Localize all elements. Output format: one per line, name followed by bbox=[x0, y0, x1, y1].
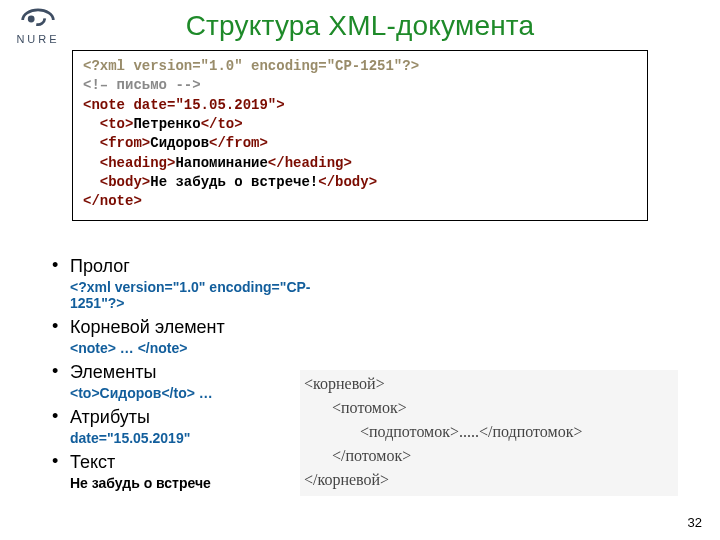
xml-code-block: <?xml version="1.0" encoding="CP-1251"?>… bbox=[72, 50, 648, 221]
code-tag-body-close: </body> bbox=[318, 174, 377, 190]
code-tag-to-close: </to> bbox=[201, 116, 243, 132]
logo-text: NURE bbox=[10, 33, 66, 45]
code-text-heading: Напоминание bbox=[175, 155, 267, 171]
code-text-to: Петренко bbox=[133, 116, 200, 132]
tree-line: <подпотомок>.....</подпотомок> bbox=[304, 423, 582, 440]
tree-line: <корневой> bbox=[304, 375, 385, 392]
page-title: Структура XML-документа bbox=[0, 10, 720, 42]
page-number: 32 bbox=[688, 515, 702, 530]
logo: NURE bbox=[10, 8, 66, 45]
code-line-comment: <!– письмо --> bbox=[83, 77, 201, 93]
bullet-prolog: Пролог <?xml version="1.0" encoding="CP-… bbox=[48, 256, 348, 311]
code-text-body: Не забудь о встрече! bbox=[150, 174, 318, 190]
bullet-sub: <note> … </note> bbox=[70, 340, 348, 356]
code-text-from: Сидоров bbox=[150, 135, 209, 151]
code-tag-heading-open: <heading> bbox=[100, 155, 176, 171]
code-tag-from-open: <from> bbox=[100, 135, 150, 151]
code-tag-heading-close: </heading> bbox=[268, 155, 352, 171]
code-line-prolog: <?xml version="1.0" encoding="CP-1251"?> bbox=[83, 58, 419, 74]
code-tag-from-close: </from> bbox=[209, 135, 268, 151]
code-line-note-open: <note date="15.05.2019"> bbox=[83, 97, 285, 113]
code-tag-body-open: <body> bbox=[100, 174, 150, 190]
bullet-root: Корневой элемент <note> … </note> bbox=[48, 317, 348, 356]
tree-example: <корневой> <потомок> <подпотомок>.....</… bbox=[300, 370, 678, 496]
bullet-head: Пролог bbox=[70, 256, 348, 277]
bullet-sub: <?xml version="1.0" encoding="CP-1251"?> bbox=[70, 279, 348, 311]
tree-line: </корневой> bbox=[304, 471, 389, 488]
logo-icon bbox=[21, 8, 55, 32]
code-line-note-close: </note> bbox=[83, 193, 142, 209]
bullet-head: Корневой элемент bbox=[70, 317, 348, 338]
code-tag-to-open: <to> bbox=[100, 116, 134, 132]
svg-point-0 bbox=[28, 16, 35, 23]
tree-line: <потомок> bbox=[304, 399, 407, 416]
tree-line: </потомок> bbox=[304, 447, 411, 464]
